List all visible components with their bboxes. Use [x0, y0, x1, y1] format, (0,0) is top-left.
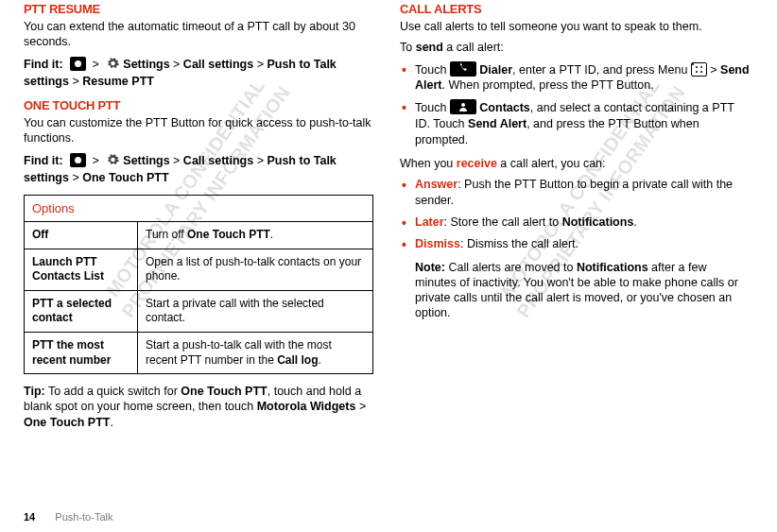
- left-column: PTT RESUME You can extend the automatic …: [24, 2, 373, 436]
- gear-icon: [106, 153, 120, 166]
- table-row: Off Turn off One Touch PTT.: [25, 222, 373, 249]
- footer-section: Push-to-Talk: [55, 511, 112, 523]
- path-call-settings: Call settings: [183, 58, 253, 71]
- list-item: Touch Contacts, and select a contact con…: [400, 99, 750, 148]
- page-number: 14: [24, 511, 35, 523]
- findit-label: Find it:: [24, 58, 63, 71]
- dialer-icon: [450, 61, 476, 77]
- receive-bullets: Answer: Push the PTT Button to begin a p…: [400, 177, 750, 252]
- app-drawer-icon: [70, 153, 86, 167]
- options-header: Options: [25, 196, 373, 222]
- gear-icon: [106, 57, 120, 70]
- call-alerts-heading: CALL ALERTS: [400, 2, 750, 16]
- list-item: Answer: Push the PTT Button to begin a p…: [400, 177, 750, 209]
- list-item: Dismiss: Dismiss the call alert.: [400, 236, 750, 252]
- ptt-resume-body: You can extend the automatic timeout of …: [24, 19, 373, 50]
- receive-line: When you receive a call alert, you can:: [400, 156, 750, 171]
- path-resume-ptt: Resume PTT: [82, 75, 154, 88]
- table-row: PTT a selected contact Start a private c…: [25, 290, 373, 332]
- call-alerts-intro: Use call alerts to tell someone you want…: [400, 19, 750, 34]
- opt-key: PTT a selected contact: [25, 290, 138, 332]
- one-touch-tip: Tip: To add a quick switch for One Touch…: [24, 384, 373, 430]
- opt-val: Start a push-to-talk call with the most …: [138, 332, 373, 373]
- opt-key: PTT the most recent number: [25, 332, 138, 373]
- findit-label: Find it:: [24, 154, 63, 167]
- note-paragraph: Note: Call alerts are moved to Notificat…: [400, 260, 750, 321]
- list-item: Later: Store the call alert to Notificat…: [400, 215, 750, 231]
- page-footer: 14 Push-to-Talk: [24, 511, 112, 523]
- one-touch-ptt-heading: ONE TOUCH PTT: [24, 98, 373, 112]
- path-one-touch: One Touch PTT: [82, 171, 168, 184]
- path-settings: Settings: [123, 58, 169, 71]
- one-touch-findit: Find it: > Settings > Call settings > Pu…: [24, 152, 373, 188]
- path-settings: Settings: [123, 154, 169, 167]
- opt-val: Turn off One Touch PTT.: [138, 222, 373, 249]
- opt-key: Off: [25, 222, 138, 249]
- right-column: CALL ALERTS Use call alerts to tell some…: [400, 2, 750, 436]
- send-bullets: Touch Dialer, enter a PTT ID, and press …: [400, 61, 750, 148]
- one-touch-body: You can customize the PTT Button for qui…: [24, 115, 373, 146]
- note-label: Note:: [415, 261, 445, 274]
- send-alert-line: To send a call alert:: [400, 40, 750, 55]
- ptt-resume-findit: Find it: > Settings > Call settings > Pu…: [24, 56, 373, 92]
- table-row: PTT the most recent number Start a push-…: [25, 332, 373, 373]
- opt-val: Open a list of push-to-talk contacts on …: [138, 249, 373, 290]
- svg-point-0: [461, 103, 465, 107]
- app-drawer-icon: [70, 57, 86, 71]
- ptt-resume-heading: PTT RESUME: [24, 2, 373, 16]
- path-call-settings: Call settings: [183, 154, 253, 167]
- menu-icon: [691, 62, 707, 77]
- contacts-icon: [450, 99, 476, 114]
- options-table: Options Off Turn off One Touch PTT. Laun…: [24, 195, 373, 374]
- table-row: Launch PTT Contacts List Open a list of …: [25, 249, 373, 290]
- opt-val: Start a private call with the selected c…: [138, 290, 373, 332]
- opt-key: Launch PTT Contacts List: [25, 249, 138, 290]
- tip-label: Tip:: [24, 385, 45, 398]
- list-item: Touch Dialer, enter a PTT ID, and press …: [400, 61, 750, 94]
